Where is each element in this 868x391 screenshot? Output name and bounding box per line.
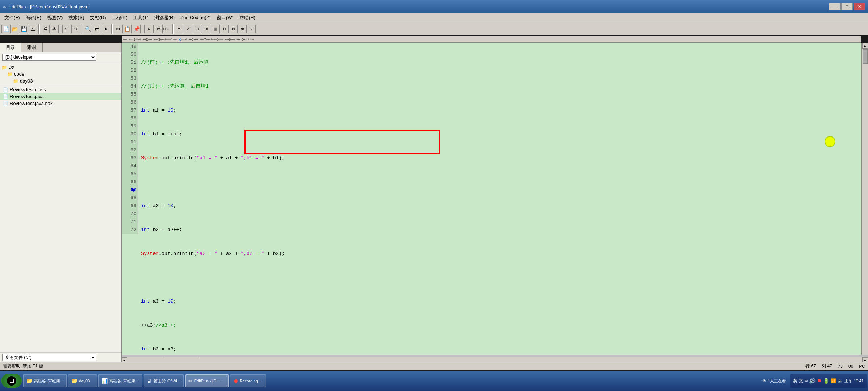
folder-item-d[interactable]: 📁 D:\ bbox=[0, 64, 121, 71]
toolbar-separator-6 bbox=[172, 24, 174, 34]
find-button[interactable]: 🔍 bbox=[84, 25, 92, 33]
toolbar-separator-1 bbox=[38, 24, 40, 34]
cut-button[interactable]: ✂ bbox=[114, 25, 123, 33]
taskbar-item-day03[interactable]: 📁 day03 bbox=[68, 374, 97, 387]
taskbar-label-3: 高硅谷_宋红康... bbox=[109, 378, 139, 384]
open-button[interactable]: 📂 bbox=[10, 25, 19, 33]
menu-browser[interactable]: 浏览器(B) bbox=[152, 14, 178, 22]
menu-help[interactable]: 帮助(H) bbox=[237, 14, 258, 22]
menu-edit[interactable]: 编辑(E) bbox=[23, 14, 44, 22]
taskbar-item-gaogui2[interactable]: 📊 高硅谷_宋红康... bbox=[98, 374, 142, 387]
code-line-51: int a1 = 10; bbox=[141, 106, 859, 114]
folder-selector-bar: [D:] developer bbox=[0, 52, 121, 62]
folder-icon-code: 📁 bbox=[7, 72, 13, 77]
toolbar-separator-2 bbox=[60, 24, 61, 34]
toolbar-extra-2[interactable]: Hx bbox=[153, 25, 162, 33]
toolbar-separator-4 bbox=[111, 24, 113, 34]
start-button[interactable]: ⊞ bbox=[1, 374, 22, 388]
folder-item-day03[interactable]: 📁 day03 bbox=[0, 77, 121, 84]
file-filter-select[interactable]: 所有文件 (*.*) bbox=[2, 354, 96, 361]
line-num-52: 52 bbox=[123, 67, 136, 75]
sidebar-tab-directory[interactable]: 目录 bbox=[0, 43, 21, 52]
toolbar-extra-9[interactable]: ⊟ bbox=[220, 25, 229, 33]
folder-item-code[interactable]: 📁 code bbox=[0, 71, 121, 77]
system-tray: 英 文 ⌨ 🔊 ⏺ 🔋 📶 🔈 上午 10:41 bbox=[790, 374, 867, 388]
tray-network-icon[interactable]: 📶 bbox=[831, 378, 836, 384]
line-num-69: 69 bbox=[123, 202, 136, 210]
taskbar-item-gaogui1[interactable]: 📁 高硅谷_宋红康... bbox=[23, 374, 67, 387]
taskbar-item-editplus[interactable]: ✏ EditPlus - [D:... bbox=[185, 374, 229, 387]
find-next-button[interactable]: ▶ bbox=[102, 25, 110, 33]
toolbar-extra-3[interactable]: H↔ bbox=[162, 25, 171, 33]
toolbar-extra-5[interactable]: ✓ bbox=[184, 25, 192, 33]
line-num-57: 57 bbox=[123, 106, 136, 114]
tray-lang-icon[interactable]: 英 bbox=[793, 378, 797, 384]
folder-tree: 📁 D:\ 📁 code 📁 day03 bbox=[0, 62, 121, 86]
sidebar-tabs: 目录 素材 bbox=[0, 43, 121, 52]
minimize-button[interactable]: — bbox=[829, 3, 841, 10]
line-num-68: 68 bbox=[123, 194, 136, 202]
menu-search[interactable]: 搜索(S) bbox=[65, 14, 87, 22]
clock-display: 上午 10:41 bbox=[844, 378, 864, 384]
code-content[interactable]: //(前)++ :先自增1, 后运算 //(后)++ :先运算, 后自增1 in… bbox=[140, 43, 861, 362]
line-num-51: 51 bbox=[123, 59, 136, 67]
menu-doc[interactable]: 文档(D) bbox=[87, 14, 109, 22]
v-scrollbar[interactable]: ▲ ▼ bbox=[861, 43, 868, 362]
scroll-thumb[interactable] bbox=[863, 49, 868, 64]
sidebar-file-list: 📄 ReviewTest.class 📄 ReviewTest.java 📄 R… bbox=[0, 86, 121, 352]
tray-keyboard-icon[interactable]: ⌨ bbox=[805, 378, 808, 384]
maximize-button[interactable]: □ bbox=[841, 3, 853, 10]
redo-button[interactable]: ↪ bbox=[71, 25, 80, 33]
save-button[interactable]: 💾 bbox=[20, 25, 28, 33]
menu-window[interactable]: 窗口(W) bbox=[214, 14, 237, 22]
viewer-icon: 👁 bbox=[762, 379, 766, 383]
code-line-49: //(前)++ :先自增1, 后运算 bbox=[141, 59, 859, 67]
save-all-button[interactable]: 🗃 bbox=[29, 25, 37, 33]
taskbar-item-cmd[interactable]: 🖥 管理员: C:\Wi... bbox=[144, 374, 184, 387]
code-line-57: System.out.println("a2 = " + a2 + ",b2 =… bbox=[141, 250, 859, 258]
print-button[interactable]: 🖨 bbox=[41, 25, 50, 33]
menu-project[interactable]: 工程(P) bbox=[109, 14, 130, 22]
paste-button[interactable]: 📌 bbox=[132, 25, 141, 33]
scroll-up-button[interactable]: ▲ bbox=[862, 43, 868, 49]
toolbar-extra-10[interactable]: ⊠ bbox=[229, 25, 238, 33]
file-filter-bar: 所有文件 (*.*) bbox=[0, 352, 121, 362]
line-num-61: 61 bbox=[123, 138, 136, 146]
file-item-reviewtest-class[interactable]: 📄 ReviewTest.class bbox=[0, 86, 121, 93]
menu-file[interactable]: 文件(F) bbox=[1, 14, 23, 22]
toolbar-extra-7[interactable]: ⊞ bbox=[202, 25, 210, 33]
replace-button[interactable]: ⇄ bbox=[93, 25, 101, 33]
tray-record-icon[interactable]: ⏺ bbox=[817, 378, 822, 384]
tray-volume-icon[interactable]: 🔊 bbox=[809, 378, 815, 384]
toolbar-extra-1[interactable]: A bbox=[144, 25, 153, 33]
close-button[interactable]: ✕ bbox=[854, 3, 865, 10]
toolbar-extra-4[interactable]: ≡ bbox=[175, 25, 183, 33]
menu-tools[interactable]: 工具(T) bbox=[130, 14, 152, 22]
toolbar-extra-8[interactable]: ▦ bbox=[211, 25, 220, 33]
menu-zen[interactable]: Zen Coding(Z) bbox=[178, 14, 214, 21]
title-text: EditPlus - [D:\code\day03\AriTest.java] bbox=[9, 4, 829, 9]
window-controls: — □ ✕ bbox=[829, 3, 865, 10]
file-item-reviewtest-bak[interactable]: 📄 ReviewTest.java.bak bbox=[0, 100, 121, 107]
folder-select[interactable]: [D:] developer bbox=[2, 54, 96, 61]
tray-speaker-icon[interactable]: 🔈 bbox=[838, 378, 843, 384]
undo-button[interactable]: ↩ bbox=[62, 25, 71, 33]
taskbar-item-recording[interactable]: ⏺ Recording... bbox=[230, 374, 266, 387]
print-preview-button[interactable]: 👁 bbox=[50, 25, 59, 33]
tray-battery-icon[interactable]: 🔋 bbox=[823, 378, 829, 384]
toolbar-extra-11[interactable]: ⊕ bbox=[238, 25, 247, 33]
code-area[interactable]: 49 50 51 52 53 54 55 56 57 58 59 60 61 6… bbox=[122, 43, 868, 362]
file-item-reviewtest-java[interactable]: 📄 ReviewTest.java bbox=[0, 93, 121, 100]
new-button[interactable]: 📄 bbox=[1, 25, 10, 33]
toolbar-extra-6[interactable]: ⊡ bbox=[193, 25, 201, 33]
sidebar-tab-material[interactable]: 素材 bbox=[21, 43, 43, 52]
taskbar-icon-4: 🖥 bbox=[147, 378, 152, 384]
windows-logo-icon: ⊞ bbox=[7, 376, 17, 386]
file-icon-java: 📄 bbox=[3, 94, 8, 99]
copy-button[interactable]: 📋 bbox=[123, 25, 132, 33]
taskbar-icon-5: ✏ bbox=[188, 378, 193, 384]
tray-ime-icon[interactable]: 文 bbox=[799, 378, 803, 384]
code-line-60: ++a3;//a3++; bbox=[141, 321, 859, 329]
menu-view[interactable]: 视图(V) bbox=[44, 14, 65, 22]
toolbar-extra-12[interactable]: ? bbox=[247, 25, 256, 33]
